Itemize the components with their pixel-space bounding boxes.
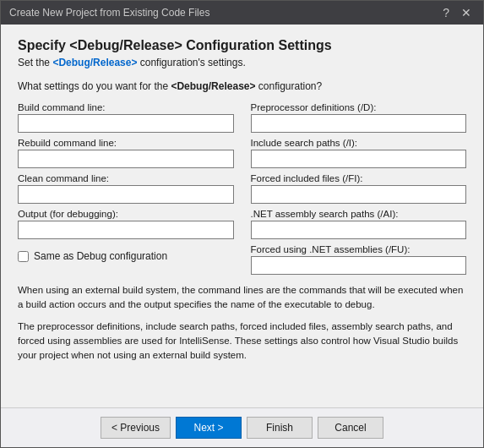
- rebuild-cmd-label: Rebuild command line:: [18, 138, 234, 148]
- finish-button[interactable]: Finish: [247, 417, 313, 439]
- question-suffix: configuration?: [256, 80, 323, 92]
- include-paths-label: Include search paths (/I):: [251, 138, 467, 148]
- build-cmd-input[interactable]: [18, 114, 234, 133]
- form-grid: Build command line: Preprocessor definit…: [18, 102, 466, 275]
- clean-cmd-group: Clean command line:: [18, 173, 234, 204]
- net-search-paths-group: .NET assembly search paths (/AI):: [251, 209, 467, 239]
- output-debug-input[interactable]: [18, 221, 234, 239]
- help-button[interactable]: ?: [439, 6, 453, 19]
- section-question: What settings do you want for the <Debug…: [18, 80, 466, 92]
- title-bar: Create New Project from Existing Code Fi…: [1, 1, 483, 25]
- same-as-debug-row: Same as Debug configuration: [18, 246, 234, 266]
- subtitle-prefix: Set the: [18, 57, 52, 68]
- net-search-paths-input[interactable]: [251, 221, 467, 239]
- forced-files-input[interactable]: [251, 185, 467, 204]
- title-bar-controls: ? ✕: [439, 6, 475, 19]
- same-as-debug-label[interactable]: Same as Debug configuration: [34, 250, 167, 262]
- section-subtitle: Set the <Debug/Release> configuration's …: [18, 57, 466, 68]
- close-button[interactable]: ✕: [458, 6, 475, 19]
- rebuild-cmd-input[interactable]: [18, 150, 234, 168]
- forced-net-label: Forced using .NET assemblies (/FU):: [251, 244, 467, 254]
- forced-files-label: Forced included files (/FI):: [251, 173, 467, 183]
- section-title: Specify <Debug/Release> Configuration Se…: [18, 38, 466, 53]
- clean-cmd-label: Clean command line:: [18, 173, 234, 183]
- info-text-p2: The preprocessor definitions, include se…: [18, 320, 466, 363]
- output-debug-group: Output (for debugging):: [18, 209, 234, 239]
- net-search-paths-label: .NET assembly search paths (/AI):: [251, 209, 467, 219]
- rebuild-cmd-group: Rebuild command line:: [18, 138, 234, 168]
- output-debug-label: Output (for debugging):: [18, 209, 234, 219]
- same-as-debug-checkbox[interactable]: [18, 251, 29, 262]
- cancel-button[interactable]: Cancel: [318, 417, 383, 439]
- include-paths-group: Include search paths (/I):: [251, 138, 467, 168]
- next-button[interactable]: Next >: [176, 417, 242, 439]
- preprocessor-defs-group: Preprocessor definitions (/D):: [251, 102, 467, 133]
- question-highlight: <Debug/Release>: [171, 80, 255, 92]
- subtitle-suffix: configuration's settings.: [137, 57, 245, 68]
- forced-net-input[interactable]: [251, 256, 467, 275]
- info-text: When using an external build system, the…: [18, 283, 466, 394]
- include-paths-input[interactable]: [251, 150, 467, 168]
- preprocessor-defs-input[interactable]: [251, 114, 467, 133]
- dialog-footer: < Previous Next > Finish Cancel: [1, 407, 483, 447]
- previous-button[interactable]: < Previous: [101, 417, 171, 439]
- forced-net-group: Forced using .NET assemblies (/FU):: [251, 244, 467, 275]
- subtitle-highlight: <Debug/Release>: [52, 57, 137, 68]
- build-cmd-label: Build command line:: [18, 102, 234, 112]
- build-cmd-group: Build command line:: [18, 102, 234, 133]
- forced-files-group: Forced included files (/FI):: [251, 173, 467, 204]
- question-prefix: What settings do you want for the: [18, 80, 171, 92]
- preprocessor-defs-label: Preprocessor definitions (/D):: [251, 102, 467, 112]
- dialog-content: Specify <Debug/Release> Configuration Se…: [1, 25, 483, 407]
- clean-cmd-input[interactable]: [18, 185, 234, 204]
- info-text-p1: When using an external build system, the…: [18, 283, 466, 313]
- dialog: Create New Project from Existing Code Fi…: [0, 0, 484, 448]
- dialog-title: Create New Project from Existing Code Fi…: [9, 7, 209, 19]
